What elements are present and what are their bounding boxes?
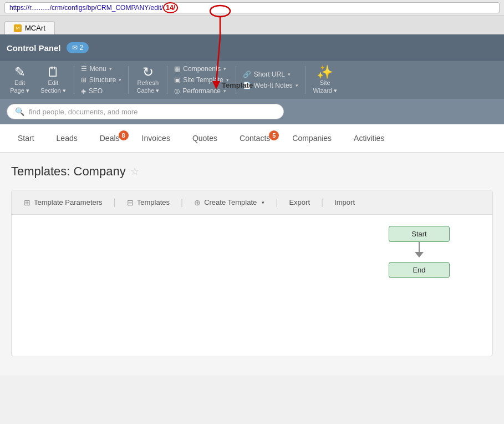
short-url-button[interactable]: 🔗 Short URL ▾ — [240, 69, 302, 79]
tab-favicon: M — [14, 24, 22, 32]
create-template-arrow: ▾ — [262, 200, 264, 205]
toolbar-divider-4 — [236, 66, 236, 94]
tab-start[interactable]: Start — [7, 126, 45, 150]
web-it-notes-button[interactable]: 📄 Web-It Notes ▾ — [240, 80, 302, 90]
site-template-button[interactable]: ▣ Site Template ▾ — [171, 75, 232, 85]
tab-create-template[interactable]: ⊕ Create Template ▾ — [186, 194, 272, 211]
flow-start-label: Start — [411, 230, 426, 238]
url-highlight: 14/ — [163, 2, 178, 13]
contacts-badge: 5 — [269, 130, 279, 140]
site-wizard-label: SiteWizard ▾ — [313, 79, 337, 95]
tab-create-template-label: Create Template — [204, 198, 257, 206]
structure-icon: ⊞ — [81, 76, 86, 84]
page-content: Templates: Company ☆ ⊞ Template Paramete… — [0, 153, 504, 375]
notification-count: 2 — [80, 44, 84, 52]
toolbar: ✎ EditPage ▾ 🗒 EditSection ▾ ☰ Menu ▾ ⊞ … — [0, 61, 504, 99]
seo-icon: ◈ — [81, 87, 86, 95]
performance-button[interactable]: ◎ Performance ▾ — [171, 86, 232, 96]
tab-invoices[interactable]: Invoices — [131, 126, 181, 150]
flow-end-node[interactable]: End — [389, 262, 450, 278]
web-it-notes-icon: 📄 — [243, 82, 251, 89]
tab-template-parameters-label: Template Parameters — [34, 198, 103, 206]
menu-button[interactable]: ☰ Menu ▾ — [78, 64, 125, 74]
site-template-arrow: ▾ — [226, 77, 229, 83]
url-middle: ........../crm/configs/bp/CRM_COMPANY/ed… — [31, 4, 163, 12]
tab-invoices-label: Invoices — [142, 134, 170, 143]
flow-arrow-triangle — [415, 252, 424, 258]
site-template-label: Site Template — [183, 76, 223, 84]
toolbar-col-3: 🔗 Short URL ▾ 📄 Web-It Notes ▾ — [240, 69, 302, 90]
tab-activities[interactable]: Activities — [343, 126, 395, 150]
tab-quotes-label: Quotes — [192, 134, 217, 143]
structure-label: Structure — [89, 76, 116, 84]
tab-companies[interactable]: Companies — [281, 126, 343, 150]
tab-activities-label: Activities — [354, 134, 384, 143]
tab-leads[interactable]: Leads — [45, 126, 89, 150]
tab-contacts[interactable]: Contacts 5 — [228, 126, 281, 150]
notification-badge[interactable]: ✉ 2 — [67, 42, 89, 53]
toolbar-col-1: ☰ Menu ▾ ⊞ Structure ▾ ◈ SEO — [78, 64, 125, 96]
search-placeholder: find people, documents, and more — [29, 108, 138, 116]
menu-label: Menu — [90, 65, 106, 73]
tab-export-label: Export — [289, 198, 310, 206]
edit-page-button[interactable]: ✎ EditPage ▾ — [4, 63, 35, 97]
flow-area: Start End — [12, 215, 492, 354]
toolbar-divider-5 — [305, 66, 306, 94]
performance-label: Performance — [182, 87, 221, 95]
tab-import[interactable]: Import — [327, 194, 363, 211]
url-bar[interactable]: https://r........../crm/configs/bp/CRM_C… — [4, 2, 500, 13]
components-icon: ▦ — [174, 65, 180, 73]
refresh-cache-button[interactable]: ↻ RefreshCache ▾ — [132, 63, 164, 97]
search-input-wrapper[interactable]: 🔍 find people, documents, and more — [7, 104, 284, 119]
web-it-notes-label: Web-It Notes — [254, 82, 293, 89]
search-icon: 🔍 — [15, 107, 24, 116]
tab-template-parameters[interactable]: ⊞ Template Parameters — [16, 194, 110, 211]
site-template-icon: ▣ — [174, 76, 180, 84]
browser-bar: https://r........../crm/configs/bp/CRM_C… — [0, 0, 504, 16]
create-template-icon: ⊕ — [194, 198, 201, 207]
edit-section-label: EditSection ▾ — [40, 79, 66, 95]
edit-section-button[interactable]: 🗒 EditSection ▾ — [36, 63, 70, 97]
structure-button[interactable]: ⊞ Structure ▾ — [78, 75, 125, 85]
flow-arrow — [415, 242, 424, 262]
deals-badge: 8 — [119, 130, 129, 140]
browser-tab[interactable]: M MCArt — [4, 21, 55, 34]
tab-separator-1: | — [111, 198, 118, 208]
short-url-arrow: ▾ — [288, 72, 291, 77]
page-title: Templates: Company ☆ — [11, 164, 493, 179]
components-label: Components — [183, 65, 221, 73]
content-tabs-bar: ⊞ Template Parameters | ⊟ Templates | ⊕ … — [12, 190, 492, 215]
tab-title: MCArt — [25, 24, 45, 32]
site-wizard-button[interactable]: ✨ SiteWizard ▾ — [309, 63, 342, 97]
toolbar-divider-2 — [128, 66, 129, 94]
tab-bar: M MCArt — [0, 16, 504, 34]
tab-deals[interactable]: Deals 8 — [89, 126, 131, 150]
toolbar-col-2: ▦ Components ▾ ▣ Site Template ▾ ◎ Perfo… — [171, 64, 232, 96]
toolbar-divider-1 — [74, 66, 74, 94]
refresh-cache-label: RefreshCache ▾ — [136, 79, 159, 95]
tab-quotes[interactable]: Quotes — [181, 126, 228, 150]
tab-export[interactable]: Export — [281, 194, 318, 211]
components-arrow: ▾ — [223, 66, 226, 72]
favorite-star-icon[interactable]: ☆ — [130, 165, 139, 178]
seo-label: SEO — [89, 87, 103, 95]
flow-arrow-line — [419, 242, 420, 252]
refresh-cache-icon: ↻ — [142, 65, 154, 79]
tab-start-label: Start — [18, 134, 34, 143]
components-button[interactable]: ▦ Components ▾ — [171, 64, 232, 74]
performance-icon: ◎ — [174, 87, 180, 95]
seo-button[interactable]: ◈ SEO — [78, 86, 125, 96]
tab-leads-label: Leads — [57, 134, 78, 143]
flow-end-label: End — [413, 266, 425, 274]
tab-import-label: Import — [334, 198, 355, 206]
tab-templates[interactable]: ⊟ Templates — [119, 194, 177, 211]
tab-contacts-label: Contacts — [240, 134, 270, 143]
tab-deals-label: Deals — [100, 134, 120, 143]
nav-tabs: Start Leads Deals 8 Invoices Quotes Cont… — [0, 124, 504, 153]
performance-arrow: ▾ — [223, 88, 226, 94]
short-url-label: Short URL — [254, 70, 285, 78]
flow-start-node[interactable]: Start — [389, 226, 450, 242]
tab-companies-label: Companies — [292, 134, 332, 143]
notification-icon: ✉ — [72, 44, 78, 52]
flow-diagram: Start End — [389, 226, 450, 278]
